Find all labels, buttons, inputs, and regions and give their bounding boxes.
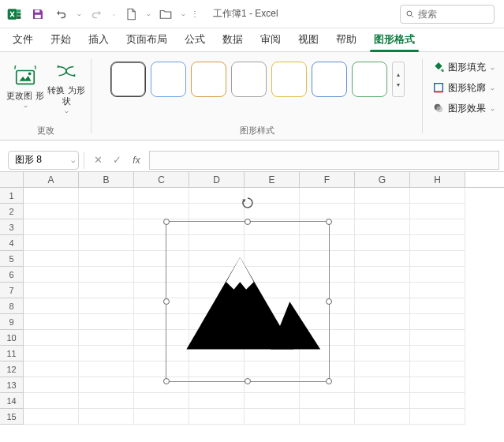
row-header[interactable]: 11	[0, 346, 24, 361]
cell[interactable]	[355, 251, 410, 267]
cell[interactable]	[189, 188, 245, 204]
resize-handle-s[interactable]	[245, 378, 251, 384]
resize-handle-nw[interactable]	[163, 219, 170, 225]
cell[interactable]	[410, 251, 465, 267]
cell[interactable]	[24, 330, 79, 346]
row-header[interactable]: 4	[0, 235, 24, 251]
col-header[interactable]: A	[24, 172, 79, 187]
insert-function-button[interactable]: fx	[127, 152, 144, 169]
cell[interactable]	[24, 377, 79, 393]
selected-shape-frame[interactable]	[166, 221, 330, 382]
row-header[interactable]: 15	[0, 409, 24, 425]
cell[interactable]	[189, 393, 245, 409]
cell[interactable]	[24, 235, 79, 251]
cell[interactable]	[79, 188, 134, 204]
cell[interactable]	[24, 361, 79, 377]
tab-formulas[interactable]: 公式	[183, 28, 207, 51]
cell[interactable]	[79, 204, 134, 219]
cell[interactable]	[355, 267, 410, 283]
resize-handle-ne[interactable]	[326, 219, 332, 225]
cell[interactable]	[24, 346, 79, 361]
resize-handle-sw[interactable]	[163, 378, 170, 384]
cell[interactable]	[24, 393, 79, 409]
cell[interactable]	[79, 267, 134, 283]
cell[interactable]	[189, 409, 245, 425]
name-box[interactable]: ⌵	[8, 151, 79, 170]
cell[interactable]	[355, 283, 410, 298]
row-header[interactable]: 14	[0, 393, 24, 409]
resize-handle-e[interactable]	[326, 298, 332, 305]
cell[interactable]	[355, 235, 410, 251]
cell[interactable]	[24, 188, 79, 204]
cell[interactable]	[24, 267, 79, 283]
tab-insert[interactable]: 插入	[87, 28, 110, 51]
cell[interactable]	[24, 314, 79, 330]
tab-graphic-format[interactable]: 图形格式	[372, 28, 416, 51]
cell[interactable]	[355, 204, 410, 219]
cell[interactable]	[79, 361, 134, 377]
resize-handle-n[interactable]	[245, 219, 251, 225]
cell[interactable]	[79, 393, 134, 409]
tab-home[interactable]: 开始	[49, 28, 73, 51]
qat-customize[interactable]: ⋮	[189, 3, 200, 25]
graphic-fill-button[interactable]: 图形填充 ⌵	[429, 57, 498, 77]
cell[interactable]	[300, 188, 355, 204]
row-header[interactable]: 3	[0, 219, 24, 235]
cell[interactable]	[79, 314, 134, 330]
cell[interactable]	[355, 219, 410, 235]
cell[interactable]	[355, 377, 410, 393]
cell[interactable]	[300, 204, 355, 219]
cell[interactable]	[134, 204, 189, 219]
row-header[interactable]: 13	[0, 377, 24, 393]
resize-handle-w[interactable]	[163, 298, 170, 305]
graphic-outline-button[interactable]: 图形轮廓 ⌵	[429, 77, 498, 98]
col-header[interactable]: G	[355, 172, 410, 187]
cell[interactable]	[355, 409, 410, 425]
col-header[interactable]: F	[300, 172, 355, 187]
cell[interactable]	[24, 298, 79, 314]
style-swatch-2[interactable]	[151, 62, 186, 97]
cell[interactable]	[410, 298, 465, 314]
cell[interactable]	[79, 330, 134, 346]
redo-dropdown[interactable]: ⌵	[109, 3, 118, 25]
cell[interactable]	[300, 409, 355, 425]
cell[interactable]	[134, 393, 189, 409]
open-file-dropdown[interactable]: ⌵	[178, 3, 188, 25]
cell[interactable]	[355, 361, 410, 377]
cell[interactable]	[300, 393, 355, 409]
cell[interactable]	[410, 188, 465, 204]
row-header[interactable]: 8	[0, 298, 24, 314]
cell[interactable]	[410, 204, 465, 219]
cell[interactable]	[410, 409, 465, 425]
cell[interactable]	[410, 377, 465, 393]
search-box[interactable]	[400, 5, 495, 24]
cell[interactable]	[24, 409, 79, 425]
cell[interactable]	[134, 188, 189, 204]
cell[interactable]	[79, 409, 134, 425]
col-header[interactable]: E	[245, 172, 300, 187]
cell[interactable]	[410, 393, 465, 409]
cell[interactable]	[79, 298, 134, 314]
cell[interactable]	[79, 251, 134, 267]
row-header[interactable]: 9	[0, 314, 24, 330]
cell[interactable]	[355, 314, 410, 330]
cell[interactable]	[355, 346, 410, 361]
cell[interactable]	[410, 235, 465, 251]
cell[interactable]	[355, 330, 410, 346]
cell[interactable]	[24, 251, 79, 267]
cell[interactable]	[24, 283, 79, 298]
undo-button[interactable]	[50, 3, 73, 25]
redo-button[interactable]	[85, 3, 107, 25]
cell[interactable]	[79, 346, 134, 361]
style-swatch-1[interactable]	[110, 62, 146, 97]
cell[interactable]	[410, 361, 465, 377]
graphic-effects-button[interactable]: 图形效果 ⌵	[429, 98, 498, 118]
style-swatch-6[interactable]	[312, 62, 347, 97]
mountain-graphic[interactable]	[171, 234, 324, 357]
change-graphic-button[interactable]: 更改图 形	[6, 57, 44, 115]
style-swatch-4[interactable]	[231, 62, 267, 97]
excel-logo[interactable]	[3, 3, 25, 25]
cell[interactable]	[410, 330, 465, 346]
cell[interactable]	[79, 219, 134, 235]
style-swatch-5[interactable]	[271, 62, 307, 97]
